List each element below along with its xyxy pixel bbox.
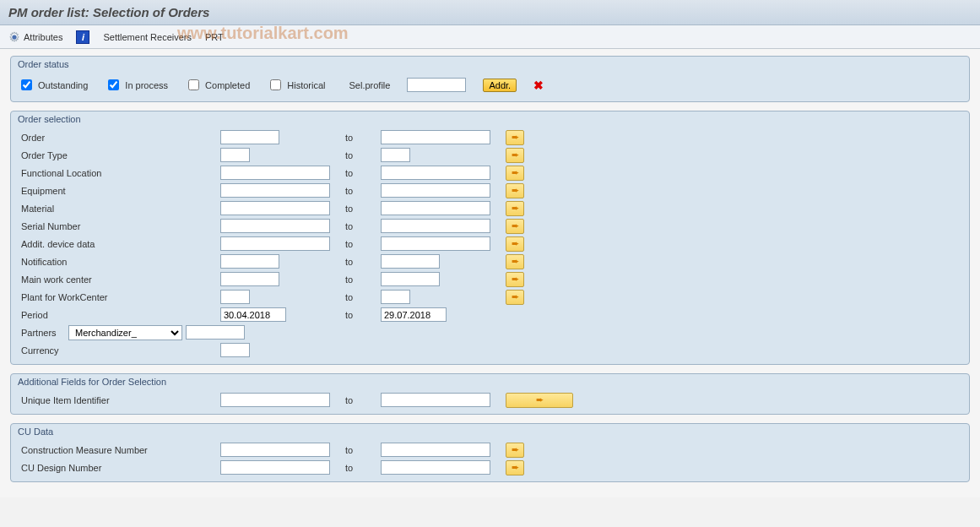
to-label: to [338, 168, 381, 178]
selection-row: Unique Item Identifierto➨ [18, 391, 962, 409]
arrow-right-icon: ➨ [512, 463, 519, 472]
multi-select-button[interactable]: ➨ [506, 254, 524, 269]
from-input[interactable] [220, 290, 250, 304]
info-icon[interactable]: i [76, 30, 89, 44]
additional-title: Additional Fields for Order Selection [11, 374, 969, 388]
completed-checkbox[interactable]: Completed [185, 77, 250, 93]
to-input[interactable] [381, 183, 490, 198]
to-input[interactable] [381, 307, 447, 322]
to-input[interactable] [381, 201, 490, 215]
order-selection-group: Order selection Orderto➨Order Typeto➨Fun… [10, 111, 970, 365]
multi-select-button[interactable]: ➨ [506, 236, 524, 252]
multi-select-button[interactable]: ➨ [506, 272, 524, 287]
prt-button[interactable]: PRT [205, 32, 224, 42]
multi-select-button[interactable]: ➨ [506, 290, 524, 305]
field-label: Notification [18, 257, 220, 267]
multi-select-button[interactable]: ➨ [506, 130, 524, 145]
partners-input[interactable] [186, 325, 245, 340]
field-label: Functional Location [18, 168, 220, 178]
multi-select-button[interactable]: ➨ [506, 201, 524, 216]
field-label: Construction Measure Number [18, 445, 220, 455]
sel-profile-input[interactable] [407, 78, 466, 92]
addr-button[interactable]: Addr. [483, 79, 517, 92]
to-input[interactable] [381, 166, 490, 180]
to-input[interactable] [381, 236, 490, 251]
multi-select-button[interactable]: ➨ [506, 183, 524, 198]
to-input[interactable] [381, 443, 490, 457]
field-label: Order Type [18, 150, 220, 160]
to-input[interactable] [381, 148, 410, 162]
order-status-group: Order status Outstanding In process Comp… [10, 56, 970, 102]
svg-point-0 [12, 35, 16, 39]
field-label: Material [18, 204, 220, 214]
in-process-input[interactable] [108, 79, 119, 90]
from-input[interactable] [220, 393, 330, 407]
to-input[interactable] [381, 272, 440, 286]
to-input[interactable] [381, 219, 490, 233]
to-label: to [338, 274, 381, 285]
arrow-right-icon: ➨ [536, 395, 544, 405]
currency-row: Currency [18, 341, 962, 359]
multi-select-button[interactable]: ➨ [506, 393, 573, 408]
to-input[interactable] [381, 393, 490, 407]
arrow-right-icon: ➨ [512, 168, 519, 177]
additional-fields-group: Additional Fields for Order Selection Un… [10, 373, 970, 415]
to-label: to [338, 221, 381, 231]
outstanding-checkbox[interactable]: Outstanding [18, 77, 88, 93]
to-label: to [338, 395, 381, 405]
to-input[interactable] [381, 460, 490, 475]
historical-checkbox[interactable]: Historical [267, 77, 325, 93]
field-label: Plant for WorkCenter [18, 292, 220, 302]
in-process-checkbox[interactable]: In process [105, 77, 168, 93]
cudata-group: CU Data Construction Measure Numberto➨CU… [10, 423, 970, 482]
to-input[interactable] [381, 254, 440, 269]
from-input[interactable] [220, 130, 279, 144]
from-input[interactable] [220, 236, 330, 251]
outstanding-input[interactable] [21, 79, 32, 90]
arrow-right-icon: ➨ [512, 239, 519, 248]
from-input[interactable] [220, 443, 330, 457]
to-label: to [338, 463, 381, 473]
sel-profile-label: Sel.profile [349, 80, 391, 90]
from-input[interactable] [220, 148, 250, 162]
from-input[interactable] [220, 183, 330, 198]
toolbar: Attributes i Settlement Receivers PRT [0, 25, 980, 49]
from-input[interactable] [220, 272, 279, 286]
to-label: to [338, 445, 381, 455]
multi-select-button[interactable]: ➨ [506, 166, 524, 181]
multi-select-button[interactable]: ➨ [506, 443, 524, 458]
arrow-right-icon: ➨ [512, 274, 519, 284]
to-label: to [338, 239, 381, 249]
from-input[interactable] [220, 201, 330, 215]
arrow-right-icon: ➨ [512, 257, 519, 266]
selection-row: Equipmentto➨ [18, 182, 962, 199]
historical-input[interactable] [270, 79, 281, 90]
from-input[interactable] [220, 307, 286, 322]
order-status-title: Order status [11, 57, 969, 70]
currency-input[interactable] [220, 343, 250, 357]
from-input[interactable] [220, 460, 330, 475]
settlement-button[interactable]: Settlement Receivers [103, 32, 192, 42]
multi-select-button[interactable]: ➨ [506, 148, 524, 163]
to-input[interactable] [381, 130, 490, 144]
to-label: to [338, 204, 381, 214]
from-input[interactable] [220, 166, 330, 180]
completed-input[interactable] [188, 79, 199, 90]
partners-label: Partners [18, 328, 68, 338]
selection-row: Plant for WorkCenterto➨ [18, 288, 962, 306]
to-input[interactable] [381, 290, 410, 304]
in-process-label: In process [125, 80, 168, 90]
from-input[interactable] [220, 219, 330, 233]
from-input[interactable] [220, 254, 279, 269]
arrow-right-icon: ➨ [512, 292, 519, 302]
field-label: CU Design Number [18, 463, 220, 473]
partners-select[interactable]: Merchandizer_ [68, 325, 182, 340]
arrow-right-icon: ➨ [512, 150, 519, 160]
delete-icon[interactable]: ✖ [533, 79, 544, 92]
page-title: PM order list: Selection of Orders [0, 0, 980, 25]
multi-select-button[interactable]: ➨ [506, 460, 524, 475]
multi-select-button[interactable]: ➨ [506, 219, 524, 234]
historical-label: Historical [287, 80, 325, 90]
selection-row: Periodto [18, 306, 962, 323]
attributes-button[interactable]: Attributes [8, 31, 62, 43]
